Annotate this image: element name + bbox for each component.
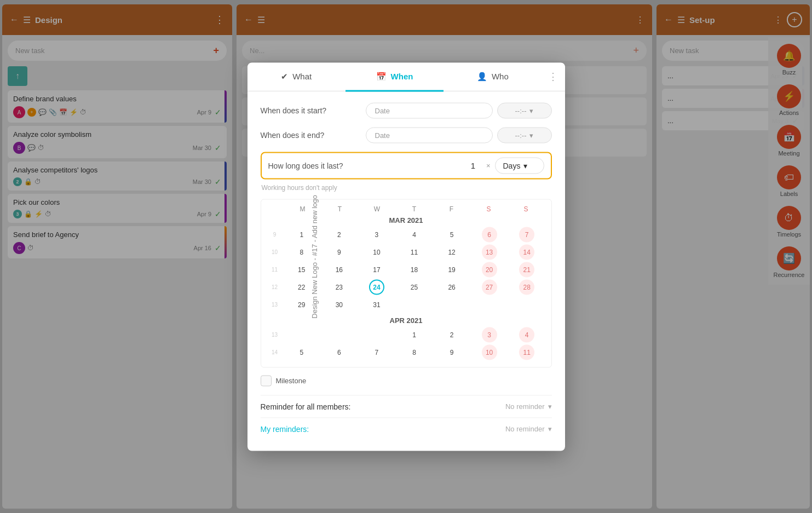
duration-clear-icon[interactable]: ×	[486, 162, 491, 170]
calendar-week: 11 15 16 17 18 19 20 21	[267, 261, 546, 278]
cal-day[interactable]: 31	[369, 297, 384, 312]
tab-what[interactable]: ✔ What	[247, 62, 345, 91]
calendar-week: 13 29 30 31	[267, 296, 546, 313]
cal-day[interactable]: 16	[331, 262, 347, 277]
duration-number-input[interactable]	[462, 161, 484, 170]
calendar-week: 14 5 6 7 8 9 10 11	[267, 344, 546, 360]
cal-day[interactable]: 2	[444, 327, 459, 342]
when-tab-icon: 📅	[376, 71, 387, 81]
cal-day[interactable]: 7	[519, 227, 534, 242]
chevron-down-icon: ▾	[548, 425, 552, 433]
start-row: When does it start? Date --:-- ▾	[261, 102, 552, 118]
calendar-header: M T W T F S S	[267, 205, 546, 212]
cal-day[interactable]: 4	[406, 227, 422, 242]
end-time-picker[interactable]: --:-- ▾	[497, 127, 552, 143]
cal-day[interactable]: 20	[482, 262, 497, 277]
tab-options-icon[interactable]: ⋮	[542, 62, 565, 90]
chevron-down-icon: ▾	[529, 106, 533, 114]
calendar-week: 12 22 23 24 25 26 27 28	[267, 279, 546, 295]
cal-day[interactable]: 22	[294, 279, 309, 295]
tab-who[interactable]: 👤 Who	[444, 62, 542, 91]
end-row: When does it end? Date --:-- ▾	[261, 127, 552, 143]
cal-day[interactable]: 2	[331, 227, 347, 242]
cal-day[interactable]: 15	[294, 262, 309, 277]
cal-day[interactable]: 5	[294, 344, 309, 360]
reminder-my-row: My reminders: No reminder ▾	[261, 417, 552, 440]
cal-day[interactable]: 12	[444, 244, 459, 260]
calendar: M T W T F S S MAR 2021 9 1 2 3 4 5 6 7	[261, 199, 552, 367]
reminder-my-select[interactable]: No reminder ▾	[505, 425, 552, 433]
cal-day[interactable]: 9	[444, 344, 459, 360]
cal-day[interactable]: 3	[369, 227, 384, 242]
calendar-month-apr: APR 2021	[267, 316, 546, 324]
cal-day-empty	[406, 297, 422, 312]
cal-day[interactable]: 4	[519, 327, 534, 342]
end-date-picker[interactable]: Date	[366, 127, 493, 143]
cal-day[interactable]: 28	[519, 279, 534, 295]
cal-day[interactable]: 7	[369, 344, 384, 360]
chevron-down-icon: ▾	[523, 161, 527, 170]
cal-day[interactable]: 13	[482, 244, 497, 260]
cal-day[interactable]: 8	[294, 244, 309, 260]
start-time-picker[interactable]: --:-- ▾	[497, 102, 552, 118]
cal-day-empty	[331, 327, 347, 342]
cal-day[interactable]: 9	[331, 244, 347, 260]
reminder-all-label: Reminder for all members:	[261, 402, 351, 411]
cal-day[interactable]: 10	[482, 344, 497, 360]
cal-day[interactable]: 14	[519, 244, 534, 260]
cal-day[interactable]: 8	[406, 344, 422, 360]
milestone-checkbox[interactable]	[261, 375, 272, 386]
who-tab-icon: 👤	[477, 71, 487, 81]
modal-when: ✔ What 📅 When 👤 Who ⋮ When does it start…	[247, 62, 565, 451]
working-hours-note: Working hours don't apply	[262, 183, 552, 191]
cal-day[interactable]: 5	[444, 227, 459, 242]
cal-day[interactable]: 11	[406, 244, 422, 260]
reminder-my-label: My reminders:	[261, 424, 309, 433]
cal-day-today[interactable]: 24	[369, 279, 384, 295]
cal-day[interactable]: 26	[444, 279, 459, 295]
calendar-month-mar: MAR 2021	[267, 216, 546, 224]
cal-day[interactable]: 10	[369, 244, 384, 260]
cal-day[interactable]: 27	[482, 279, 497, 295]
duration-unit-select[interactable]: Days ▾	[495, 157, 544, 174]
cal-day[interactable]: 25	[406, 279, 422, 295]
cal-day[interactable]: 6	[482, 227, 497, 242]
chevron-down-icon: ▾	[529, 131, 533, 139]
duration-label: How long does it last?	[268, 161, 458, 170]
cal-day[interactable]: 21	[519, 262, 534, 277]
cal-day[interactable]: 3	[482, 327, 497, 342]
end-label: When does it end?	[261, 131, 359, 140]
start-label: When does it start?	[261, 106, 359, 115]
cal-day[interactable]: 17	[369, 262, 384, 277]
cal-day[interactable]: 29	[294, 297, 309, 312]
cal-day[interactable]: 11	[519, 344, 534, 360]
tab-when-label: When	[391, 72, 413, 81]
calendar-week: 13 1 2 3 4	[267, 326, 546, 343]
cal-day-empty	[369, 327, 384, 342]
chevron-down-icon: ▾	[548, 402, 552, 411]
cal-day[interactable]: 30	[331, 297, 347, 312]
reminder-all-select[interactable]: No reminder ▾	[505, 402, 552, 411]
milestone-row: Milestone	[261, 375, 552, 386]
cal-day-empty	[294, 327, 309, 342]
cal-day-empty	[482, 297, 497, 312]
modal-tabs: ✔ What 📅 When 👤 Who ⋮	[247, 62, 565, 91]
cal-day[interactable]: 18	[406, 262, 422, 277]
tab-what-label: What	[292, 72, 312, 81]
cal-day[interactable]: 23	[331, 279, 347, 295]
modal-body: When does it start? Date --:-- ▾ When do…	[247, 91, 565, 451]
cal-day[interactable]: 6	[331, 344, 347, 360]
cal-day[interactable]: 19	[444, 262, 459, 277]
duration-row: How long does it last? × Days ▾	[261, 152, 552, 179]
calendar-week: 9 1 2 3 4 5 6 7	[267, 226, 546, 243]
calendar-week: 10 8 9 10 11 12 13 14	[267, 244, 546, 260]
cal-day[interactable]: 1	[406, 327, 422, 342]
cal-day-empty	[519, 297, 534, 312]
cal-day-empty	[444, 297, 459, 312]
cal-day[interactable]: 1	[294, 227, 309, 242]
start-date-picker[interactable]: Date	[366, 102, 493, 118]
tab-when[interactable]: 📅 When	[345, 62, 444, 91]
milestone-label: Milestone	[276, 377, 307, 385]
reminder-all-row: Reminder for all members: No reminder ▾	[261, 395, 552, 417]
tab-who-label: Who	[492, 72, 509, 81]
